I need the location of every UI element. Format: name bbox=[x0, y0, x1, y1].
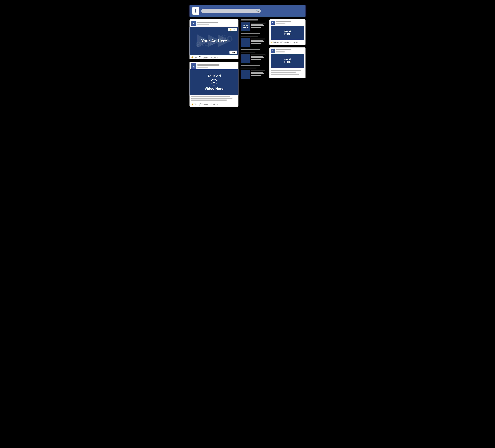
comment-action-2[interactable]: 💬 Comment bbox=[199, 103, 209, 105]
ad-text-1: Your Ad Here bbox=[201, 39, 227, 43]
like-action-1[interactable]: 👍 Like bbox=[191, 56, 197, 58]
post-meta-1 bbox=[197, 22, 237, 25]
right-like-1[interactable]: 👍 Me Gusta bbox=[271, 42, 279, 43]
right-logo-svg-2: e bbox=[271, 49, 275, 53]
sidebar-text-line bbox=[251, 40, 263, 41]
comment-icon: 💬 bbox=[199, 56, 201, 58]
svg-text:e: e bbox=[193, 65, 194, 68]
avatar-2: e e.studio bbox=[191, 63, 196, 69]
left-column: e e.studio e.studio bbox=[190, 19, 238, 107]
play-icon[interactable]: ▶ bbox=[211, 79, 217, 85]
sidebar-ad-box-1: Your Ad Here bbox=[241, 22, 250, 31]
right-ad-image-2: Your Ad Here bbox=[271, 54, 304, 68]
post-name-line-2 bbox=[197, 64, 219, 66]
sidebar-text-line bbox=[251, 56, 263, 57]
right-post-2: e Your Ad Here bbox=[269, 47, 305, 78]
avatar-1: e e.studio bbox=[191, 21, 196, 26]
right-post-actions-1: 👍 Me Gusta 💬 Comentar ↗ Compartir bbox=[271, 41, 304, 43]
text-line bbox=[271, 72, 296, 73]
buy-button[interactable]: Buy bbox=[229, 51, 237, 54]
right-share-icon: ↗ bbox=[290, 42, 291, 43]
text-line bbox=[271, 74, 299, 75]
post-actions-1: 👍 Like 💬 Comment ↗ Share bbox=[190, 55, 238, 59]
right-column: e Your Ad Here 👍 bbox=[269, 19, 305, 78]
right-post-header-1: e bbox=[271, 21, 304, 25]
sidebar-thumb-4 bbox=[241, 70, 250, 79]
sidebar-text-line bbox=[251, 25, 264, 26]
right-ad-line1-2: Your Ad bbox=[284, 58, 291, 60]
sidebar-section-4 bbox=[241, 70, 267, 79]
sidebar-thumb-3 bbox=[241, 54, 250, 63]
right-ad-text-2: Your Ad Here bbox=[284, 58, 291, 64]
search-input[interactable] bbox=[203, 10, 256, 12]
sidebar-text-line bbox=[251, 41, 264, 42]
right-meta-line-2 bbox=[276, 51, 285, 53]
right-like-label: Me Gusta bbox=[273, 42, 279, 43]
middle-header-line-4 bbox=[241, 68, 257, 69]
separator-line-2 bbox=[241, 49, 260, 50]
svg-text:e.studio: e.studio bbox=[192, 25, 195, 25]
share-action-2[interactable]: ↗ Share bbox=[211, 103, 218, 105]
sidebar-text-line bbox=[251, 75, 261, 76]
separator-line-3 bbox=[241, 65, 260, 66]
like-action-2[interactable]: 👍 Like bbox=[191, 103, 197, 105]
comment-icon-2: 💬 bbox=[199, 103, 201, 105]
comment-label: Comment bbox=[202, 56, 209, 58]
main-content: e e.studio e.studio bbox=[190, 19, 305, 107]
facebook-logo: f bbox=[192, 7, 199, 14]
right-ad-line2-2: Here bbox=[284, 60, 291, 64]
sidebar-text-line bbox=[251, 59, 261, 60]
post-meta-line-2 bbox=[197, 67, 208, 68]
right-name-line bbox=[276, 21, 291, 22]
right-avatar-2: e bbox=[271, 49, 275, 53]
post-meta-2 bbox=[197, 64, 237, 68]
post-card-1: e e.studio e.studio bbox=[190, 19, 238, 59]
right-like-icon: 👍 bbox=[271, 42, 273, 43]
share-action-1[interactable]: ↗ Share bbox=[211, 56, 218, 58]
video-ad-line1: Your Ad bbox=[205, 74, 223, 78]
comment-action-1[interactable]: 💬 Comment bbox=[199, 56, 209, 58]
sidebar-text-line bbox=[251, 39, 265, 40]
share-icon-2: ↗ bbox=[211, 103, 213, 105]
right-comment-1[interactable]: 💬 Comentar bbox=[280, 42, 289, 43]
sidebar-text-line bbox=[251, 55, 265, 56]
like-thumb-icon: 👍 bbox=[229, 29, 232, 30]
post-meta-line bbox=[197, 24, 209, 25]
middle-header-line-3 bbox=[241, 52, 255, 53]
sidebar-section-1: Your Ad Here bbox=[241, 22, 267, 31]
separator-line-1 bbox=[241, 33, 260, 34]
search-bar[interactable]: 🔍 bbox=[201, 9, 261, 13]
like-button-top[interactable]: 👍 Like bbox=[228, 28, 237, 31]
sidebar-section-3 bbox=[241, 54, 267, 63]
middle-header-line bbox=[241, 19, 258, 20]
svg-text:e: e bbox=[272, 22, 273, 24]
right-post-header-2: e bbox=[271, 49, 304, 53]
sidebar-text-group-1 bbox=[251, 22, 267, 28]
post-card-2: e e.studio Your Ad ▶ Video Here bbox=[190, 62, 238, 107]
svg-text:e.studio: e.studio bbox=[192, 67, 195, 68]
comment-label-2: Comment bbox=[202, 103, 209, 105]
sidebar-text-line bbox=[251, 43, 261, 44]
video-ad-image: Your Ad ▶ Video Here bbox=[190, 69, 238, 95]
svg-text:e: e bbox=[272, 50, 273, 52]
right-header-lines-2 bbox=[276, 49, 304, 53]
like-icon: 👍 bbox=[191, 56, 193, 58]
like-label-2: Like bbox=[194, 103, 197, 105]
sidebar-text-line bbox=[251, 57, 264, 58]
middle-header-line-2 bbox=[241, 36, 258, 37]
text-line bbox=[191, 96, 230, 97]
post-body-2 bbox=[190, 95, 238, 102]
sidebar-text-line bbox=[251, 73, 264, 74]
middle-column: Your Ad Here bbox=[241, 19, 267, 79]
like-label: Like bbox=[194, 56, 197, 58]
right-share-label: Compartir bbox=[292, 42, 298, 43]
sidebar-text-group-3 bbox=[251, 54, 267, 60]
sidebar-section-2 bbox=[241, 38, 267, 47]
sidebar-text-line bbox=[251, 70, 265, 71]
right-share-1[interactable]: ↗ Compartir bbox=[290, 42, 298, 43]
right-avatar-1: e bbox=[271, 21, 275, 25]
right-ad-line2: Here bbox=[284, 32, 291, 35]
svg-text:e: e bbox=[193, 22, 194, 25]
facebook-header: f 🔍 bbox=[190, 5, 305, 17]
share-label: Share bbox=[213, 56, 218, 58]
